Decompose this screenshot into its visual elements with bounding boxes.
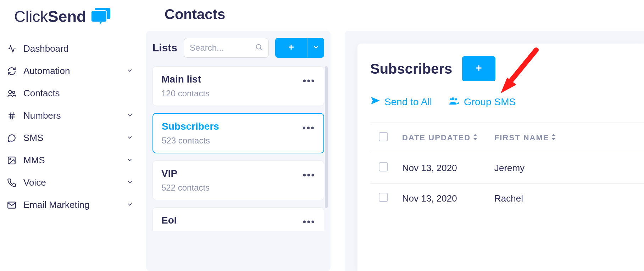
- cell-date: Nov 13, 2020: [402, 193, 494, 204]
- nav-label: SMS: [23, 132, 43, 143]
- column-label: DATE UPDATED: [402, 133, 471, 142]
- group-icon: [449, 95, 460, 108]
- add-list-button-group: [275, 38, 324, 58]
- nav-email-marketing[interactable]: Email Marketing: [0, 194, 142, 216]
- svg-point-4: [12, 91, 15, 94]
- list-card-title: Subscribers: [162, 121, 219, 132]
- add-list-button[interactable]: [275, 38, 307, 58]
- mail-icon: [6, 200, 17, 210]
- sort-icon: [551, 133, 556, 142]
- search-box[interactable]: [184, 38, 269, 58]
- sort-icon: [473, 133, 478, 142]
- nav-label: Dashboard: [23, 43, 68, 54]
- list-card[interactable]: EoI •••: [152, 207, 324, 231]
- chevron-down-icon: [126, 110, 133, 121]
- chat-icon: [6, 133, 17, 143]
- chat-bubbles-icon: [89, 6, 114, 27]
- activity-icon: [6, 44, 17, 54]
- row-checkbox[interactable]: [379, 193, 388, 202]
- phone-icon: [6, 177, 17, 188]
- more-icon[interactable]: •••: [302, 121, 315, 134]
- row-checkbox[interactable]: [379, 162, 388, 171]
- list-card[interactable]: Subscribers 523 contacts •••: [152, 113, 324, 153]
- main: Contacts Lists: [142, 0, 644, 271]
- select-all-checkbox[interactable]: [379, 132, 388, 141]
- nav-mms[interactable]: MMS: [0, 149, 142, 171]
- chevron-down-icon: [312, 44, 320, 52]
- detail-header: Subscribers: [370, 56, 644, 81]
- page-title: Contacts: [142, 0, 644, 31]
- svg-marker-26: [552, 138, 555, 140]
- nav-voice[interactable]: Voice: [0, 171, 142, 194]
- content-row: Lists: [142, 31, 644, 271]
- scrollbar[interactable]: [325, 66, 328, 208]
- table-header: DATE UPDATED FIRST NAME: [370, 123, 644, 153]
- nav-label: Numbers: [23, 110, 61, 121]
- more-icon[interactable]: •••: [303, 74, 315, 86]
- nav-label: MMS: [23, 155, 45, 166]
- logo-text-part2: Send: [48, 8, 86, 25]
- chevron-down-icon: [126, 199, 133, 210]
- nav-numbers[interactable]: Numbers: [0, 105, 142, 127]
- more-icon[interactable]: •••: [303, 215, 315, 227]
- svg-point-20: [451, 97, 454, 100]
- logo-text-part1: Click: [14, 8, 48, 25]
- plus-icon: [287, 43, 295, 53]
- select-all-cell: [370, 132, 402, 143]
- cell-date: Nov 13, 2020: [402, 163, 494, 174]
- nav-label: Contacts: [23, 88, 60, 99]
- nav-contacts[interactable]: Contacts: [0, 82, 142, 105]
- action-label: Send to All: [384, 96, 432, 108]
- svg-line-7: [10, 112, 11, 119]
- table-row[interactable]: Nov 13, 2020 Rachel: [370, 183, 644, 214]
- logo[interactable]: ClickSend: [0, 6, 142, 38]
- list-card[interactable]: Main list 120 contacts •••: [152, 66, 324, 106]
- list-card-count: 522 contacts: [161, 183, 210, 193]
- svg-point-3: [9, 90, 12, 94]
- detail-panel: Subscribers: [345, 31, 644, 271]
- detail-inner: Subscribers: [357, 44, 644, 271]
- nav-list: Dashboard Automation Contacts Numbers: [0, 38, 142, 216]
- nav-sms[interactable]: SMS: [0, 127, 142, 149]
- column-date-updated[interactable]: DATE UPDATED: [402, 133, 494, 142]
- chevron-down-icon: [126, 177, 133, 188]
- sync-icon: [6, 66, 17, 77]
- svg-marker-25: [552, 134, 555, 136]
- svg-point-12: [256, 45, 261, 49]
- detail-title: Subscribers: [370, 61, 452, 77]
- column-label: FIRST NAME: [494, 133, 549, 142]
- annotation-arrow-icon: [497, 46, 543, 97]
- list-card[interactable]: VIP 522 contacts •••: [152, 160, 324, 200]
- send-to-all-action[interactable]: Send to All: [370, 95, 432, 108]
- svg-point-10: [10, 158, 11, 159]
- sidebar: ClickSend Dashboard Automation: [0, 0, 142, 271]
- search-icon: [255, 43, 263, 52]
- add-list-dropdown[interactable]: [307, 38, 324, 58]
- paper-plane-icon: [370, 96, 380, 108]
- nav-label: Email Marketing: [23, 199, 89, 210]
- table-row[interactable]: Nov 13, 2020 Jeremy: [370, 153, 644, 183]
- more-icon[interactable]: •••: [303, 168, 315, 181]
- svg-marker-19: [501, 78, 516, 93]
- svg-rect-1: [91, 11, 107, 22]
- list-cards: Main list 120 contacts ••• Subscribers 5…: [152, 66, 324, 231]
- group-sms-action[interactable]: Group SMS: [449, 95, 516, 108]
- column-first-name[interactable]: FIRST NAME: [494, 133, 572, 142]
- cell-first-name: Jeremy: [494, 163, 572, 174]
- list-card-title: Main list: [161, 74, 210, 85]
- svg-line-13: [260, 49, 262, 50]
- nav-automation[interactable]: Automation: [0, 60, 142, 82]
- lists-header: Lists: [152, 38, 324, 66]
- cell-first-name: Rachel: [494, 193, 572, 204]
- action-label: Group SMS: [464, 96, 516, 108]
- chevron-down-icon: [126, 66, 133, 77]
- add-subscriber-button[interactable]: [462, 56, 495, 81]
- search-input[interactable]: [190, 43, 255, 53]
- nav-dashboard[interactable]: Dashboard: [0, 38, 142, 60]
- plus-icon: [474, 63, 483, 74]
- svg-marker-23: [473, 134, 477, 136]
- list-card-title: EoI: [161, 215, 177, 226]
- detail-actions: Send to All Group SMS: [370, 95, 644, 108]
- list-card-count: 120 contacts: [161, 89, 210, 98]
- nav-label: Voice: [23, 177, 46, 188]
